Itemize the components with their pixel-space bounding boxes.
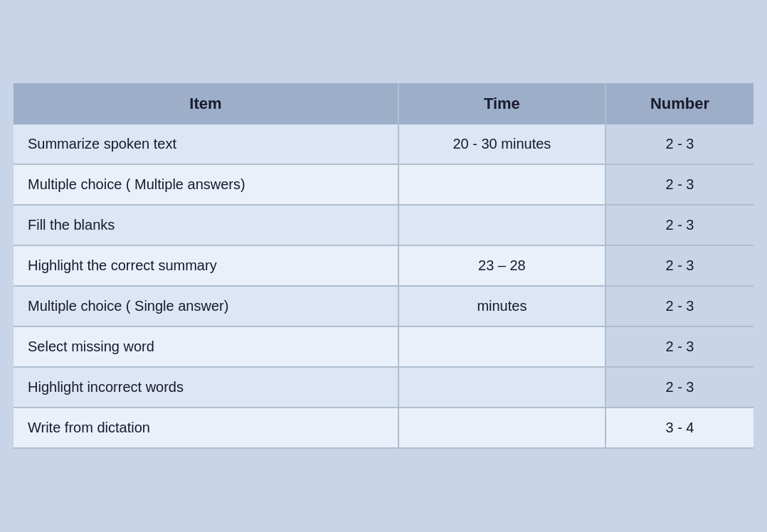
table-row: Multiple choice ( Multiple answers)2 - 3: [14, 164, 753, 205]
cell-number: 3 - 4: [605, 408, 753, 448]
cell-item: Select missing word: [14, 326, 398, 367]
cell-item: Fill the blanks: [14, 205, 398, 245]
table-row: Highlight incorrect words2 - 3: [14, 367, 753, 408]
header-number: Number: [605, 83, 753, 124]
cell-number: 2 - 3: [605, 245, 753, 286]
cell-time: [398, 326, 605, 367]
cell-item: Multiple choice ( Multiple answers): [14, 164, 398, 205]
cell-item: Highlight incorrect words: [14, 367, 398, 408]
cell-time: minutes: [398, 286, 605, 326]
main-table: Item Time Number Summarize spoken text20…: [14, 83, 753, 449]
table-row: Write from dictation3 - 4: [14, 408, 753, 448]
cell-item: Write from dictation: [14, 408, 398, 448]
table-row: Select missing word2 - 3: [14, 326, 753, 367]
cell-time: [398, 367, 605, 408]
cell-number: 2 - 3: [605, 205, 753, 245]
cell-time: [398, 408, 605, 448]
table-row: Summarize spoken text20 - 30 minutes2 - …: [14, 124, 753, 164]
cell-item: Highlight the correct summary: [14, 245, 398, 286]
cell-time: [398, 205, 605, 245]
cell-time: 23 – 28: [398, 245, 605, 286]
table-row: Multiple choice ( Single answer)minutes2…: [14, 286, 753, 326]
cell-number: 2 - 3: [605, 124, 753, 164]
cell-item: Summarize spoken text: [14, 124, 398, 164]
cell-time: [398, 164, 605, 205]
table-header-row: Item Time Number: [14, 83, 753, 124]
table-row: Highlight the correct summary23 – 282 - …: [14, 245, 753, 286]
cell-time: 20 - 30 minutes: [398, 124, 605, 164]
cell-number: 2 - 3: [605, 367, 753, 408]
cell-number: 2 - 3: [605, 326, 753, 367]
cell-item: Multiple choice ( Single answer): [14, 286, 398, 326]
header-time: Time: [398, 83, 605, 124]
cell-number: 2 - 3: [605, 164, 753, 205]
cell-number: 2 - 3: [605, 286, 753, 326]
table-row: Fill the blanks2 - 3: [14, 205, 753, 245]
header-item: Item: [14, 83, 398, 124]
